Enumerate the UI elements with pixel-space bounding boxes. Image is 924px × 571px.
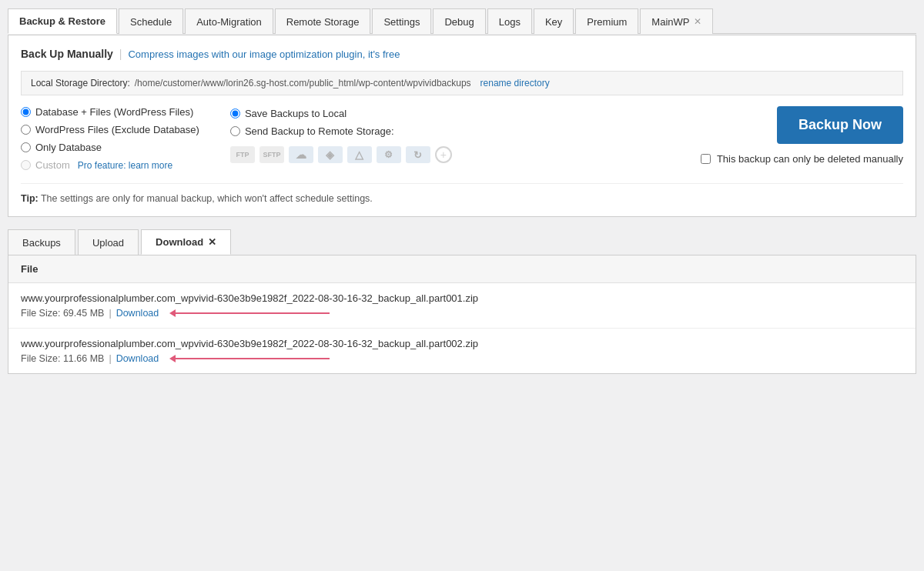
tab-label: Remote Storage: [286, 16, 360, 28]
tab-logs[interactable]: Logs: [487, 8, 532, 34]
tab-label: Debug: [444, 16, 474, 28]
tip-text: The settings are only for manual backup,…: [41, 193, 373, 204]
separator: |: [109, 353, 111, 364]
dropbox-icon: ◈: [318, 146, 343, 163]
tip-row: Tip: The settings are only for manual ba…: [21, 183, 903, 204]
radio-only-db-input[interactable]: [21, 142, 31, 152]
backup-panel: Back Up Manually | Compress images with …: [8, 35, 916, 217]
tab-mainwp[interactable]: MainWP ✕: [640, 8, 713, 34]
cloud1-icon: ☁: [289, 146, 313, 163]
ftp-icon: FTP: [230, 146, 255, 163]
radio-wp-files-input[interactable]: [21, 125, 31, 135]
tab-label: Premium: [587, 16, 627, 28]
file-list-panel: File www.yourprofessionalplumber.com_wpv…: [8, 255, 916, 374]
tab-label: Settings: [383, 16, 420, 28]
tab-label: MainWP: [651, 16, 689, 28]
file-item: www.yourprofessionalplumber.com_wpvivid-…: [8, 283, 916, 329]
bottom-tab-bar: Backups Upload Download ✕: [8, 229, 916, 255]
arrow-annotation: [169, 309, 330, 317]
radio-only-db-label: Only Database: [35, 142, 102, 153]
arrow-head-icon: [169, 309, 176, 317]
radio-db-files[interactable]: Database + Files (WordPress Files): [21, 106, 199, 118]
storage-directory-path: /home/customer/www/lorin26.sg-host.com/p…: [135, 78, 471, 88]
tab-download[interactable]: Download ✕: [141, 229, 231, 255]
backup-panel-header: Back Up Manually | Compress images with …: [21, 48, 903, 60]
tab-label: Schedule: [130, 16, 172, 28]
download-link[interactable]: Download: [116, 353, 159, 364]
file-meta: File Size: 69.45 MB | Download: [21, 308, 903, 319]
tab-backups-label: Backups: [22, 237, 61, 249]
radio-only-db[interactable]: Only Database: [21, 142, 199, 153]
tab-premium[interactable]: Premium: [575, 8, 638, 34]
arrow-line: [176, 358, 330, 359]
backup-now-button[interactable]: Backup Now: [777, 106, 903, 144]
tab-remote-storage[interactable]: Remote Storage: [275, 8, 371, 34]
drive-icon: △: [347, 146, 372, 163]
add-storage-icon[interactable]: +: [435, 146, 452, 163]
tab-download-close-icon[interactable]: ✕: [208, 236, 216, 248]
radio-save-local[interactable]: Save Backups to Local: [230, 108, 452, 119]
tab-backup-restore[interactable]: Backup & Restore: [8, 8, 117, 34]
tab-key[interactable]: Key: [534, 8, 574, 34]
radio-wp-files[interactable]: WordPress Files (Exclude Database): [21, 124, 199, 135]
storage-directory-label: Local Storage Directory:: [31, 78, 130, 88]
file-name: www.yourprofessionalplumber.com_wpvivid-…: [21, 338, 903, 349]
radio-db-files-input[interactable]: [21, 107, 31, 117]
separator: |: [119, 48, 122, 60]
delete-manually-label: This backup can only be deleted manually: [717, 153, 903, 165]
tab-settings[interactable]: Settings: [372, 8, 431, 34]
radio-send-remote-input[interactable]: [230, 126, 240, 136]
optimize-link[interactable]: Compress images with our image optimizat…: [128, 48, 400, 60]
radio-db-files-label: Database + Files (WordPress Files): [35, 106, 193, 118]
options-area: Database + Files (WordPress Files) WordP…: [21, 106, 903, 171]
radio-save-local-label: Save Backups to Local: [245, 108, 346, 119]
separator: |: [109, 308, 111, 319]
file-name: www.yourprofessionalplumber.com_wpvivid-…: [21, 292, 903, 304]
radio-custom[interactable]: Custom Pro feature: learn more: [21, 159, 199, 171]
tab-debug[interactable]: Debug: [433, 8, 485, 34]
file-list-header-label: File: [21, 263, 38, 275]
pro-feature-link[interactable]: Pro feature: learn more: [78, 160, 172, 171]
save-options-group: Save Backups to Local Send Backup to Rem…: [230, 106, 452, 163]
file-size: File Size: 69.45 MB: [21, 308, 104, 319]
download-link[interactable]: Download: [116, 308, 159, 319]
backup-action-column: Backup Now This backup can only be delet…: [701, 106, 903, 165]
s3-icon: ↻: [406, 146, 430, 163]
tab-label: Key: [545, 16, 562, 28]
radio-send-remote[interactable]: Send Backup to Remote Storage:: [230, 125, 452, 137]
arrow-line: [176, 312, 330, 314]
radio-custom-label: Custom: [35, 159, 70, 171]
backup-type-radio-group: Database + Files (WordPress Files) WordP…: [21, 106, 199, 171]
rename-directory-link[interactable]: rename directory: [480, 78, 550, 88]
delete-manually-row: This backup can only be deleted manually: [701, 153, 903, 165]
backup-title: Back Up Manually: [21, 48, 113, 60]
file-meta: File Size: 11.66 MB | Download: [21, 353, 903, 364]
tab-upload-label: Upload: [92, 237, 124, 249]
tab-schedule[interactable]: Schedule: [119, 8, 183, 34]
tab-label: Auto-Migration: [196, 16, 262, 28]
top-tab-bar: Backup & Restore Schedule Auto-Migration…: [8, 8, 916, 34]
storage-directory-row: Local Storage Directory: /home/customer/…: [21, 71, 903, 95]
tab-label: Logs: [499, 16, 521, 28]
file-size: File Size: 11.66 MB: [21, 353, 104, 364]
arrow-annotation: [169, 355, 330, 362]
close-icon[interactable]: ✕: [694, 16, 701, 27]
radio-save-local-input[interactable]: [230, 109, 240, 119]
tab-auto-migration[interactable]: Auto-Migration: [185, 8, 273, 34]
tab-upload[interactable]: Upload: [78, 229, 139, 255]
file-item: www.yourprofessionalplumber.com_wpvivid-…: [8, 329, 916, 373]
tab-download-label: Download: [156, 236, 203, 248]
radio-wp-files-label: WordPress Files (Exclude Database): [35, 124, 199, 135]
sftp-icon: SFTP: [259, 146, 284, 163]
onedrive-icon: ⚙: [377, 146, 401, 163]
remote-storage-icons: FTP SFTP ☁ ◈ △ ⚙ ↻ +: [230, 146, 452, 163]
radio-custom-input: [21, 160, 31, 170]
tab-backups[interactable]: Backups: [8, 229, 75, 255]
file-list-header: File: [8, 255, 916, 283]
tab-label: Backup & Restore: [19, 15, 105, 27]
arrow-head-icon: [169, 355, 176, 362]
delete-manually-checkbox[interactable]: [701, 154, 711, 164]
radio-send-remote-label: Send Backup to Remote Storage:: [245, 125, 394, 137]
